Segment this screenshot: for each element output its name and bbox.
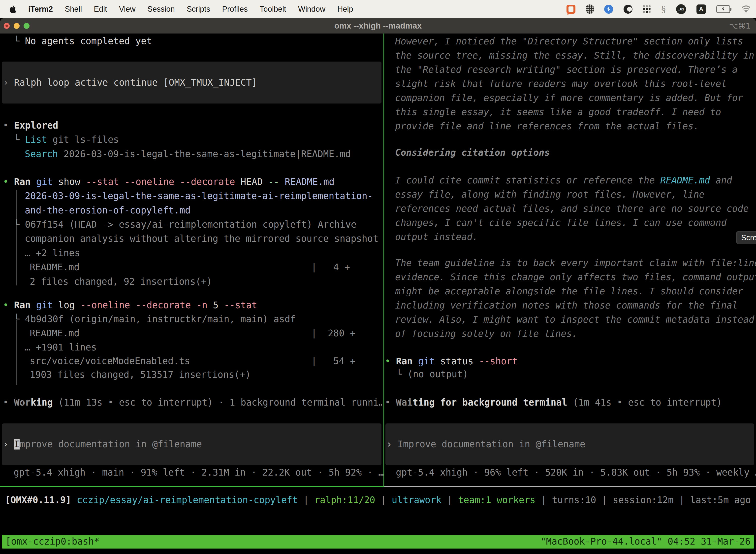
tree-guide-line <box>16 320 17 385</box>
explored-list-line: └ List git ls-files <box>14 132 119 147</box>
menu-item-iterm2[interactable]: iTerm2 <box>28 5 53 14</box>
thinking-paragraph-line: including verification notes with those … <box>395 298 738 313</box>
tmux-session-label: [omx-cczip0:bash* <box>5 535 100 549</box>
left-model-statusbar: gpt-5.4 xhigh · main · 91% left · 2.31M … <box>14 465 384 480</box>
shield-app-icon[interactable] <box>586 4 594 14</box>
menu-bar: iTerm2 Shell Edit View Session Scripts P… <box>0 0 756 18</box>
explored-header: • Explored <box>3 118 58 133</box>
menu-item-edit[interactable]: Edit <box>94 5 107 14</box>
ran-git-status-line: • Ran git status --short <box>385 354 518 369</box>
show-commit-line: └ 067f154 (HEAD -> essay/ai-reimplementa… <box>14 217 357 232</box>
thinking-paragraph-line: might be acceptable alongside the file l… <box>395 284 743 298</box>
menu-item-view[interactable]: View <box>119 5 136 14</box>
ran-git-log-line: • Ran git log --oneline --decorate -n 5 … <box>3 298 257 313</box>
show-filename-line1: 2026-03-09-is-legal-the-same-as-legitima… <box>25 189 373 203</box>
iterm2-window: omx --xhigh --madmax ⌥⌘1 └ No agents com… <box>0 18 756 554</box>
right-pane-border <box>384 486 756 487</box>
wifi-icon[interactable] <box>741 5 752 13</box>
explored-search-line: Search 2026-03-09-is-legal-the-same-as-l… <box>25 147 351 161</box>
chat-app-icon[interactable] <box>567 5 575 14</box>
log-stat-row2: src/voice/voiceModeEnabled.ts| 54 + <box>30 354 190 368</box>
omx-status-line: [OMX#0.11.9] cczip/essay/ai-reimplementa… <box>5 493 751 507</box>
left-prompt-input[interactable]: › Improve documentation in @filename <box>2 424 381 465</box>
thinking-paragraph-line: this single essay, it seems like a good … <box>395 105 721 119</box>
show-filename-line2: and-the-erosion-of-copyleft.md <box>25 203 190 218</box>
thinking-paragraph-line: However, I noticed the "Directory Struct… <box>395 34 743 49</box>
thinking-paragraph-line: essay file, along with finding root file… <box>395 187 704 202</box>
window-title: omx --xhigh --madmax <box>0 18 756 34</box>
right-model-statusbar: gpt-5.4 xhigh · 96% left · 520K in · 5.8… <box>396 465 756 480</box>
input-source-icon[interactable]: A <box>696 4 706 14</box>
show-commit-line2: companion analysis without altering the … <box>25 232 378 246</box>
waiting-status-line: • Waiting for background terminal (1m 41… <box>385 395 722 410</box>
show-more-lines: … +2 lines <box>25 246 80 260</box>
squiggle-app-icon[interactable]: § <box>661 4 666 14</box>
menu-item-scripts[interactable]: Scripts <box>187 5 210 14</box>
left-pane-border <box>0 486 384 487</box>
menu-item-session[interactable]: Session <box>147 5 175 14</box>
inject-prompt-box[interactable]: › Ralph loop active continue [OMX_TMUX_I… <box>2 62 381 104</box>
disk-app-icon[interactable] <box>624 5 632 14</box>
log-summary-row: 1903 files changed, 513517 insertions(+) <box>30 368 251 382</box>
inject-line: › Ralph loop active continue [OMX_TMUX_I… <box>3 75 257 90</box>
menu-item-profiles[interactable]: Profiles <box>222 5 248 14</box>
log-stat-row1: README.md| 280 + <box>30 326 79 340</box>
thinking-paragraph-line: The team guideline is to back every impo… <box>395 256 756 270</box>
show-summary-row: 2 files changed, 92 insertions(+) <box>30 275 212 289</box>
agents-note: └ No agents completed yet <box>14 34 152 48</box>
battery-icon[interactable] <box>716 5 730 13</box>
no-output-line: └ (no output) <box>396 367 468 382</box>
thinking-paragraph-line: the source tree, missing the essay. Stil… <box>395 48 754 63</box>
thinking-heading: Considering citation options <box>395 146 550 160</box>
tree-guide-line <box>16 190 17 285</box>
thinking-paragraph-line: review. Also, I might want to inspect th… <box>395 313 754 327</box>
blue-bolt-app-icon[interactable] <box>604 5 613 14</box>
ran-git-show-line: • Ran git show --stat --oneline --decora… <box>3 175 334 189</box>
tmux-status-bar: [omx-cczip0:bash* "MacBook-Pro-44.local"… <box>2 535 754 549</box>
apple-icon[interactable] <box>9 5 16 13</box>
grid-menu-icon[interactable] <box>643 5 651 13</box>
show-stat-row: README.md| 4 + <box>30 260 79 275</box>
working-status-line: • Working (11m 13s • esc to interrupt) ·… <box>3 395 382 410</box>
thinking-paragraph-line: references need actual files, and since … <box>395 202 749 216</box>
log-more-lines: … +1901 lines <box>25 340 97 355</box>
menu-item-help[interactable]: Help <box>337 5 353 14</box>
thinking-paragraph-line: evidence. Since this change only affects… <box>395 270 756 284</box>
log-commit-line: └ 4b9d30f (origin/main, instructkr/main,… <box>14 312 296 326</box>
screen-overlay-button[interactable]: Scre <box>736 231 756 244</box>
thinking-paragraph-line: I could cite commit statistics or refere… <box>395 173 732 188</box>
thinking-paragraph-line: changes, I can't cite specific file line… <box>395 216 727 230</box>
menu-items: iTerm2 Shell Edit View Session Scripts P… <box>0 5 353 14</box>
window-titlebar[interactable]: omx --xhigh --madmax ⌥⌘1 <box>0 18 756 34</box>
pane-divider[interactable] <box>383 34 384 487</box>
terminal-content: └ No agents completed yet › Ralph loop a… <box>0 34 756 554</box>
thinking-paragraph-line: the "Related research writing" section i… <box>395 63 738 77</box>
thinking-paragraph-line: of focusing solely on file lines. <box>395 327 577 341</box>
thinking-paragraph-line: provide file and line references from th… <box>395 119 699 133</box>
menu-item-shell[interactable]: Shell <box>65 5 82 14</box>
thinking-paragraph-line: slight risk that future readers may over… <box>395 77 727 91</box>
menu-item-toolbelt[interactable]: Toolbelt <box>260 5 286 14</box>
menu-item-window[interactable]: Window <box>298 5 325 14</box>
right-prompt-line: › Improve documentation in @filename <box>386 437 585 451</box>
thinking-paragraph-line: companion file, especially if more comme… <box>395 91 743 105</box>
thinking-paragraph-line: output instead. <box>395 230 478 244</box>
left-prompt-line: › Improve documentation in @filename <box>3 437 202 451</box>
tmux-host-time: "MacBook-Pro-44.local" 04:52 31-Mar-26 <box>541 535 751 549</box>
right-prompt-input[interactable]: › Improve documentation in @filename <box>385 424 754 465</box>
percent-badge-icon[interactable]: ..61 <box>676 4 686 14</box>
menubar-status-icons: § ..61 A <box>567 4 756 14</box>
tmux-window-shortcut: ⌥⌘1 <box>729 18 751 34</box>
